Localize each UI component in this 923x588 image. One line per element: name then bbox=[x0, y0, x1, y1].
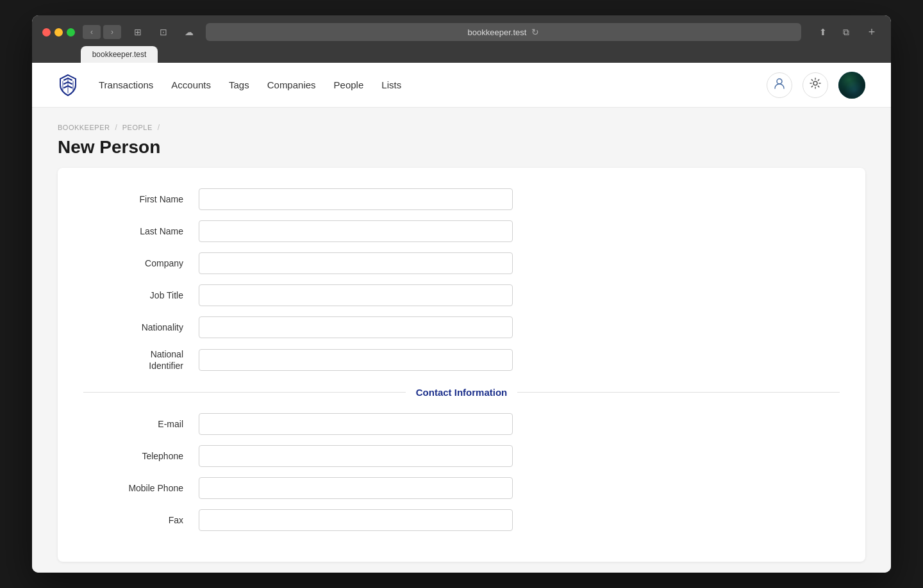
nav-right bbox=[767, 72, 865, 99]
browser-chrome: ‹ › ⊞ ⊡ ☁ bookkeeper.test ↻ ⬆ bbox=[32, 15, 891, 63]
email-row: E-mail bbox=[83, 413, 840, 435]
nationality-row: Nationality bbox=[83, 316, 840, 338]
url-text: bookkeeper.test bbox=[468, 28, 527, 37]
active-tab[interactable]: bookkeeper.test bbox=[81, 46, 158, 63]
page-header: BOOKKEEPER / PEOPLE / New Person bbox=[32, 108, 891, 168]
mobile-phone-input[interactable] bbox=[199, 477, 513, 499]
window-controls bbox=[42, 28, 75, 37]
email-input[interactable] bbox=[199, 413, 513, 435]
job-title-row: Job Title bbox=[83, 284, 840, 306]
contact-section-title: Contact Information bbox=[416, 387, 508, 398]
window-button[interactable]: ⧉ bbox=[837, 25, 855, 39]
company-row: Company bbox=[83, 252, 840, 274]
nationality-label: Nationality bbox=[83, 322, 199, 332]
first-name-label: First Name bbox=[83, 194, 199, 204]
logo[interactable] bbox=[58, 74, 78, 97]
svg-point-0 bbox=[777, 79, 782, 84]
settings-button[interactable] bbox=[802, 72, 828, 98]
job-title-label: Job Title bbox=[83, 290, 199, 300]
cloud-icon: ☁ bbox=[185, 27, 194, 37]
first-name-row: First Name bbox=[83, 188, 840, 210]
user-button[interactable] bbox=[767, 72, 792, 98]
fax-row: Fax bbox=[83, 509, 840, 531]
avatar-image bbox=[838, 72, 865, 99]
back-button[interactable]: ‹ bbox=[83, 25, 101, 39]
contact-info-section: E-mail Telephone Mobile Phone Fax bbox=[58, 413, 865, 531]
plus-icon: + bbox=[869, 26, 876, 39]
company-input[interactable] bbox=[199, 252, 513, 274]
national-identifier-row: NationalIdentifier bbox=[83, 348, 840, 372]
new-tab-button[interactable]: + bbox=[863, 25, 881, 39]
job-title-input[interactable] bbox=[199, 284, 513, 306]
svg-point-1 bbox=[813, 81, 817, 85]
nationality-input[interactable] bbox=[199, 316, 513, 338]
address-bar[interactable]: bookkeeper.test ↻ bbox=[206, 23, 801, 41]
cloud-button[interactable]: ☁ bbox=[180, 25, 198, 39]
personal-info-section: First Name Last Name Company Job Title N bbox=[58, 188, 865, 372]
browser-window: ‹ › ⊞ ⊡ ☁ bookkeeper.test ↻ ⬆ bbox=[32, 15, 891, 573]
forward-button[interactable]: › bbox=[103, 25, 121, 39]
page-title: New Person bbox=[58, 137, 865, 158]
breadcrumb-sep-2: / bbox=[158, 123, 160, 132]
breadcrumb-bookkeeper[interactable]: BOOKKEEPER bbox=[58, 124, 110, 131]
layout-icon: ⊡ bbox=[160, 27, 167, 37]
browser-nav-buttons: ‹ › bbox=[83, 25, 121, 39]
window-icon: ⧉ bbox=[843, 27, 849, 38]
settings-icon bbox=[809, 77, 822, 93]
breadcrumb: BOOKKEEPER / PEOPLE / bbox=[58, 123, 865, 132]
telephone-label: Telephone bbox=[83, 451, 199, 461]
browser-actions: ⬆ ⧉ bbox=[814, 25, 855, 39]
back-icon: ‹ bbox=[90, 28, 93, 37]
share-icon: ⬆ bbox=[819, 27, 827, 37]
email-label: E-mail bbox=[83, 419, 199, 429]
share-button[interactable]: ⬆ bbox=[814, 25, 832, 39]
last-name-input[interactable] bbox=[199, 220, 513, 242]
national-identifier-input[interactable] bbox=[199, 349, 513, 371]
nav-link-lists[interactable]: Lists bbox=[381, 79, 401, 90]
forward-icon: › bbox=[111, 28, 113, 37]
avatar[interactable] bbox=[838, 72, 865, 99]
national-identifier-label: NationalIdentifier bbox=[83, 348, 199, 372]
telephone-input[interactable] bbox=[199, 445, 513, 467]
reload-icon[interactable]: ↻ bbox=[531, 27, 539, 37]
nav-link-companies[interactable]: Companies bbox=[267, 79, 316, 90]
divider-line-right bbox=[517, 392, 840, 393]
contact-section-divider: Contact Information bbox=[83, 387, 840, 398]
divider-line-left bbox=[83, 392, 406, 393]
form-container: First Name Last Name Company Job Title N bbox=[58, 168, 865, 562]
layout-button[interactable]: ⊡ bbox=[154, 25, 172, 39]
nav-left: Transactions Accounts Tags Companies Peo… bbox=[58, 74, 401, 97]
last-name-row: Last Name bbox=[83, 220, 840, 242]
grid-button[interactable]: ⊞ bbox=[129, 25, 147, 39]
fax-label: Fax bbox=[83, 515, 199, 525]
page-content: Transactions Accounts Tags Companies Peo… bbox=[32, 63, 891, 573]
grid-icon: ⊞ bbox=[134, 27, 142, 37]
logo-icon bbox=[58, 74, 78, 97]
maximize-button[interactable] bbox=[67, 28, 75, 37]
last-name-label: Last Name bbox=[83, 226, 199, 236]
first-name-input[interactable] bbox=[199, 188, 513, 210]
minimize-button[interactable] bbox=[54, 28, 63, 37]
nav-link-transactions[interactable]: Transactions bbox=[99, 79, 153, 90]
tab-bar: bookkeeper.test bbox=[42, 46, 881, 63]
mobile-phone-label: Mobile Phone bbox=[83, 483, 199, 493]
nav-link-tags[interactable]: Tags bbox=[229, 79, 249, 90]
tab-label: bookkeeper.test bbox=[92, 50, 147, 59]
telephone-row: Telephone bbox=[83, 445, 840, 467]
fax-input[interactable] bbox=[199, 509, 513, 531]
nav-links: Transactions Accounts Tags Companies Peo… bbox=[99, 79, 401, 90]
main-navigation: Transactions Accounts Tags Companies Peo… bbox=[32, 63, 891, 108]
company-label: Company bbox=[83, 258, 199, 268]
mobile-phone-row: Mobile Phone bbox=[83, 477, 840, 499]
close-button[interactable] bbox=[42, 28, 51, 37]
nav-link-accounts[interactable]: Accounts bbox=[171, 79, 211, 90]
nav-link-people[interactable]: People bbox=[334, 79, 364, 90]
breadcrumb-people[interactable]: PEOPLE bbox=[122, 124, 153, 131]
breadcrumb-sep-1: / bbox=[115, 123, 117, 132]
user-icon bbox=[773, 77, 786, 93]
